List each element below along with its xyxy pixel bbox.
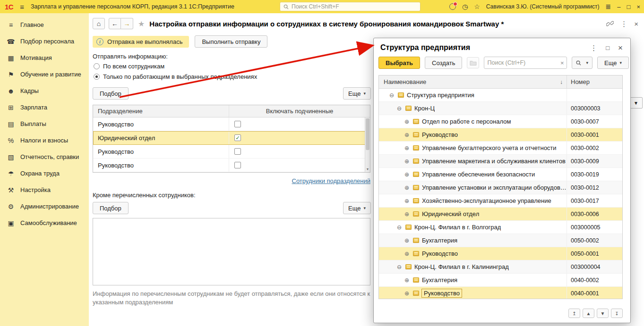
departments-scrollbar[interactable]: ▼	[365, 117, 370, 172]
collapse-icon[interactable]: ⊖	[396, 106, 403, 111]
sidebar-item-glavnoe[interactable]: ≡Главное	[0, 17, 89, 33]
select-button[interactable]: Выбрать	[378, 57, 420, 69]
scrollbar-thumb[interactable]	[366, 118, 369, 150]
sidebar-item-otchetnost-spravki[interactable]: ▧Отчетность, справки	[0, 149, 89, 165]
go-first-button[interactable]: ↥	[568, 309, 580, 318]
include-subordinates-checkbox[interactable]	[234, 121, 241, 127]
favorites-icon[interactable]: ☆	[474, 3, 480, 10]
include-subordinates-checkbox[interactable]	[234, 162, 241, 168]
minimize-button[interactable]: –	[617, 4, 620, 10]
notifications-icon[interactable]	[449, 3, 456, 10]
sidebar-item-motivaciya[interactable]: ▦Мотивация	[0, 50, 89, 66]
expand-icon[interactable]: ⊕	[404, 277, 410, 283]
favorite-star-icon[interactable]: ★	[138, 19, 145, 28]
dialog-more-vert-icon[interactable]: ⋮	[590, 44, 597, 51]
tree-row[interactable]: ⊕Отдел по работе с персоналом0030-0007	[379, 115, 622, 128]
department-employees-link[interactable]: Сотрудники подразделений	[292, 177, 371, 184]
sidebar-item-nalogi-i-vznosy[interactable]: %Налоги и взносы	[0, 132, 89, 149]
dialog-close-icon[interactable]: ×	[618, 44, 623, 52]
pick-employees-button[interactable]: Подбор	[93, 202, 129, 214]
tree-row[interactable]: ⊕Бухгалтерия0040-0002	[379, 274, 622, 287]
sidebar-item-obuchenie-i-razvitie[interactable]: ⚑Обучение и развитие	[0, 66, 89, 83]
expand-icon[interactable]: ⊕	[404, 159, 410, 164]
global-search-input[interactable]	[292, 3, 417, 10]
employees-more-button[interactable]: Еще▾	[343, 202, 371, 214]
tree-row[interactable]: ⊕Руководство0030-0001	[379, 128, 622, 142]
dialog-more-button[interactable]: Еще▾	[597, 57, 629, 69]
main-menu-button[interactable]: ≡	[20, 3, 24, 11]
history-icon[interactable]: ◷	[462, 3, 468, 10]
tree-row[interactable]: ⊕Управление обеспечения безопасности0030…	[379, 168, 622, 181]
department-row[interactable]: Юридический отдел✓	[93, 131, 370, 145]
radio-all-employees[interactable]: По всем сотрудникам	[94, 63, 164, 70]
sidebar-item-zarplata[interactable]: ⊞Зарплата	[0, 99, 89, 116]
expand-icon[interactable]: ⊕	[404, 238, 410, 243]
search-button[interactable]: ▾	[572, 57, 592, 69]
tree-row[interactable]: ⊖Крон-Ц. Филиал в г. Волгоград003000005	[379, 221, 622, 234]
tree-row[interactable]: ⊕Управление маркетинга и обслуживания кл…	[379, 155, 622, 168]
expand-icon[interactable]: ⊕	[404, 132, 410, 138]
column-header-name[interactable]: Наименование ↓	[379, 75, 567, 88]
tree-row[interactable]: ⊕Руководство0040-0001	[379, 287, 622, 299]
go-last-button[interactable]: ↧	[611, 309, 623, 318]
more-vert-icon[interactable]: ⋮	[620, 20, 627, 27]
include-subordinates-checkbox[interactable]: ✓	[234, 134, 241, 141]
clear-search-icon[interactable]: ×	[560, 59, 564, 67]
maximize-button[interactable]: □	[627, 4, 631, 10]
tree-row[interactable]: ⊕Управление установки и эксплуатации обо…	[379, 181, 622, 194]
expand-icon[interactable]: ⊕	[404, 172, 410, 177]
dialog-search-input[interactable]	[487, 59, 558, 66]
sidebar-item-kadry[interactable]: ☻Кадры	[0, 83, 89, 99]
sidebar-item-nastrojka[interactable]: ⚒Настройка	[0, 182, 89, 198]
tree-row[interactable]: ⊕Руководство0050-0001	[379, 247, 622, 260]
tree-row[interactable]: ⊕Бухгалтерия0050-0002	[379, 234, 622, 247]
department-row[interactable]: Руководство	[93, 159, 370, 172]
expand-icon[interactable]: ⊕	[404, 291, 410, 296]
radio-selected-departments[interactable]: Только по работающим в выбранных подразд…	[94, 73, 257, 80]
dialog-maximize-icon[interactable]: □	[606, 45, 610, 51]
departments-more-button[interactable]: Еще▾	[343, 87, 371, 100]
department-row[interactable]: Руководство	[93, 117, 370, 131]
tree-row[interactable]: ⊕Управление бухгалтерского учета и отчет…	[379, 142, 622, 155]
tree-row[interactable]: ⊖Структура предприятия	[379, 89, 622, 102]
user-menu[interactable]: Савинская З.Ю. (Системный программист)	[486, 3, 600, 10]
collapse-icon[interactable]: ⊖	[388, 92, 395, 98]
tree-row[interactable]: ⊕Хозяйственно-эксплуатационное управлени…	[379, 194, 622, 208]
expand-icon[interactable]: ⊕	[404, 211, 410, 217]
home-button[interactable]: ⌂	[93, 18, 105, 29]
sidebar-item-administrirovanie[interactable]: ⚙Администрирование	[0, 198, 89, 215]
forward-button[interactable]: →	[121, 18, 133, 29]
include-subordinates-checkbox[interactable]	[234, 148, 241, 155]
close-form-icon[interactable]: ×	[634, 20, 638, 27]
sidebar-item-samoobsluzhivanie[interactable]: ▣Самообслуживание	[0, 215, 89, 231]
expand-icon[interactable]: ⊕	[404, 198, 410, 204]
support-icon[interactable]: ≣	[606, 3, 611, 10]
expand-icon[interactable]: ⊕	[404, 119, 410, 125]
sidebar-item-vyplaty[interactable]: ▤Выплаты	[0, 116, 89, 132]
radio-icon[interactable]	[94, 63, 100, 69]
expand-icon[interactable]: ⊕	[404, 185, 410, 191]
pick-departments-button[interactable]: Подбор	[93, 87, 129, 100]
go-up-button[interactable]: ▲	[583, 309, 594, 318]
close-window-button[interactable]: ×	[636, 4, 640, 10]
go-down-button[interactable]: ▼	[597, 309, 609, 318]
collapse-icon[interactable]: ⊖	[396, 225, 403, 230]
send-button[interactable]: Выполнить отправку	[195, 35, 267, 48]
tree-row[interactable]: ⊖Крон-Ц003000003	[379, 102, 622, 115]
column-header-number[interactable]: Номер	[567, 75, 622, 88]
back-button[interactable]: ←	[109, 18, 121, 29]
department-row[interactable]: Руководство	[93, 145, 370, 159]
tree-row[interactable]: ⊕Юридический отдел0030-0006	[379, 208, 622, 221]
link-icon[interactable]	[606, 20, 614, 27]
radio-icon-selected[interactable]	[94, 74, 100, 80]
expand-icon[interactable]: ⊕	[404, 145, 410, 151]
tree-row[interactable]: ⊖Крон-Ц. Филиал в г. Калининград00300000…	[379, 260, 622, 274]
background-dropdown-button[interactable]: ▼	[629, 97, 643, 109]
sidebar-item-podbor-personala[interactable]: ☎Подбор персонала	[0, 33, 89, 50]
scrollbar-down-icon[interactable]: ▼	[365, 167, 370, 172]
excluded-employees-list[interactable]	[93, 218, 370, 285]
collapse-icon[interactable]: ⊖	[396, 264, 403, 270]
create-group-button[interactable]	[467, 57, 479, 68]
create-button[interactable]: Создать	[425, 57, 462, 69]
expand-icon[interactable]: ⊕	[404, 251, 410, 257]
